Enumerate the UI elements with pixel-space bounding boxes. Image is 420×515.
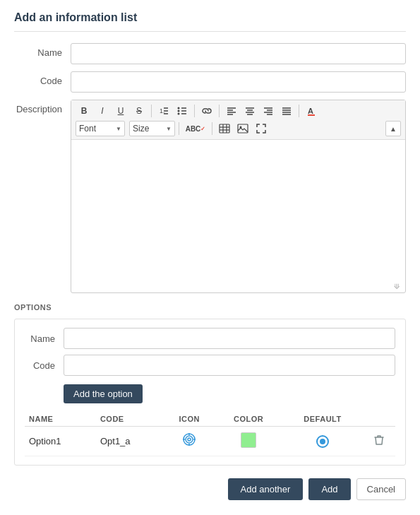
editor-resize: ⟱ (71, 281, 405, 292)
options-code-row: Code (25, 355, 395, 376)
editor-body[interactable] (71, 140, 405, 281)
editor-toolbar: B I U S 1. (71, 100, 405, 140)
align-left-button[interactable] (223, 103, 240, 119)
svg-text:A: A (308, 107, 313, 115)
font-select[interactable]: Font ▼ (76, 121, 125, 136)
align-right-button[interactable] (260, 103, 277, 119)
options-name-input[interactable] (64, 328, 395, 349)
options-table-header-row: NAME CODE ICON COLOR DEFAULT (25, 412, 395, 427)
code-row: Code (14, 71, 406, 93)
options-code-label: Code (25, 360, 64, 371)
col-default: DEFAULT (282, 412, 364, 427)
name-label: Name (14, 43, 71, 58)
spellcheck-button[interactable]: ABC ✓ (183, 121, 208, 136)
divider-4 (299, 105, 299, 117)
footer-buttons: Add another Add Cancel (14, 478, 406, 500)
page-title: Add an information list (14, 11, 406, 32)
add-option-button[interactable]: Add the option (64, 384, 143, 403)
svg-rect-27 (308, 114, 315, 116)
toolbar-row-1: B I U S 1. (76, 103, 401, 119)
row-name: Option1 (25, 427, 96, 456)
col-code: CODE (96, 412, 164, 427)
underline-button[interactable]: U (112, 103, 129, 119)
options-table: NAME CODE ICON COLOR DEFAULT Option1 Opt… (25, 412, 395, 456)
svg-rect-28 (220, 124, 229, 133)
bold-button[interactable]: B (76, 103, 92, 119)
default-radio[interactable] (316, 435, 329, 448)
row-color[interactable] (215, 427, 282, 456)
divider-6 (212, 122, 212, 135)
code-label: Code (14, 71, 71, 86)
fullscreen-button[interactable] (253, 121, 270, 136)
svg-point-4 (178, 107, 180, 109)
unordered-list-button[interactable] (174, 103, 191, 119)
size-arrow: ▼ (166, 126, 172, 132)
options-table-head: NAME CODE ICON COLOR DEFAULT (25, 412, 395, 427)
strikethrough-button[interactable]: S (131, 103, 148, 119)
align-justify-button[interactable] (278, 103, 295, 119)
delete-button[interactable] (374, 434, 384, 448)
expand-button[interactable]: ▲ (385, 121, 401, 136)
size-label: Size (133, 124, 166, 134)
add-button[interactable]: Add (308, 478, 350, 500)
add-option-container: Add the option (25, 381, 395, 403)
font-arrow: ▼ (116, 126, 121, 132)
col-name: NAME (25, 412, 96, 427)
row-code: Opt1_a (96, 427, 164, 456)
divider-3 (219, 105, 220, 117)
table-row: Option1 Opt1_a (25, 427, 395, 456)
spellcheck-label: ABC (186, 125, 201, 133)
options-code-input[interactable] (64, 355, 395, 376)
options-header: OPTIONS (14, 303, 406, 312)
divider-2 (194, 105, 195, 117)
row-icon (164, 427, 215, 456)
table-button[interactable] (216, 121, 233, 136)
image-button[interactable] (234, 121, 251, 136)
options-container: Name Code Add the option NAME CODE ICON … (14, 319, 406, 466)
row-actions (363, 427, 395, 456)
svg-point-36 (186, 436, 193, 443)
svg-rect-33 (238, 124, 248, 133)
col-actions (363, 412, 395, 427)
add-another-button[interactable]: Add another (228, 478, 304, 500)
svg-point-5 (178, 110, 180, 112)
target-icon (182, 435, 196, 449)
italic-button[interactable]: I (94, 103, 111, 119)
name-input[interactable] (71, 43, 406, 64)
font-label: Font (79, 124, 116, 134)
radio-inner (320, 439, 325, 444)
link-button[interactable] (198, 103, 215, 119)
resize-handle: ⟱ (394, 283, 402, 291)
ordered-list-button[interactable]: 1. (155, 103, 172, 119)
options-name-row: Name (25, 328, 395, 349)
description-editor: B I U S 1. (71, 100, 406, 293)
col-color: COLOR (215, 412, 282, 427)
name-row: Name (14, 43, 406, 64)
size-select[interactable]: Size ▼ (129, 121, 175, 136)
cancel-button[interactable]: Cancel (356, 478, 406, 500)
options-name-label: Name (25, 333, 64, 344)
col-icon: ICON (164, 412, 215, 427)
description-label: Description (14, 100, 71, 114)
divider-1 (151, 105, 152, 117)
toolbar-row-2: Font ▼ Size ▼ ABC ✓ (76, 121, 401, 136)
font-color-button[interactable]: A (303, 103, 320, 119)
color-swatch[interactable] (241, 432, 256, 448)
options-section: OPTIONS Name Code Add the option NAME CO… (14, 303, 406, 466)
options-table-body: Option1 Opt1_a (25, 427, 395, 456)
code-input[interactable] (71, 71, 406, 93)
svg-point-37 (188, 438, 191, 441)
align-center-button[interactable] (241, 103, 258, 119)
row-default (282, 427, 364, 456)
divider-5 (179, 122, 179, 135)
description-row: Description B I U S 1. (14, 100, 406, 293)
svg-point-6 (178, 113, 180, 115)
